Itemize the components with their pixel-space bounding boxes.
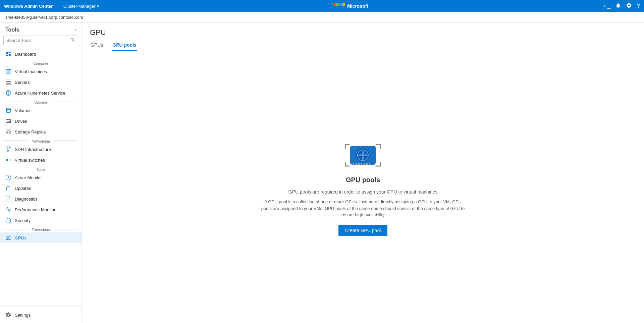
svg-point-9 [6, 108, 10, 110]
virtual-machines-label: Virtual machines [15, 69, 47, 74]
sidebar-item-drives[interactable]: Drives [0, 116, 82, 126]
svg-rect-41 [356, 163, 357, 165]
search-input[interactable] [4, 36, 68, 45]
volumes-label: Volumes [15, 108, 32, 113]
svg-rect-30 [8, 237, 9, 239]
gpu-pools-icon [343, 139, 383, 172]
search-button[interactable] [68, 36, 78, 45]
dashboard-label: Dashboard [15, 52, 36, 57]
sidebar-item-virtual-machines[interactable]: Virtual machines [0, 66, 82, 77]
sdn-infrastructure-icon [5, 146, 11, 152]
diagnostics-icon [5, 196, 11, 202]
azure-kubernetes-icon [5, 90, 11, 96]
server-name: sme-lse350-g.server1.corp.contoso.com [5, 15, 83, 20]
virtual-machines-icon [5, 68, 11, 74]
gpus-label: GPUs [15, 235, 26, 240]
sidebar-item-azure-monitor[interactable]: Azure Monitor [0, 172, 82, 183]
svg-line-23 [8, 148, 10, 151]
svg-rect-29 [7, 237, 8, 239]
sidebar-header: Tools ‹ [0, 23, 82, 36]
help-icon[interactable]: ? [637, 3, 640, 9]
microsoft-label: Microsoft [347, 3, 368, 9]
sidebar: Tools ‹ Dashboard [0, 23, 82, 323]
sidebar-item-virtual-switches[interactable]: Virtual switches [0, 155, 82, 165]
cluster-manager-chevron: ▾ [97, 4, 99, 9]
svg-rect-44 [364, 163, 365, 165]
sidebar-item-volumes[interactable]: Volumes [0, 105, 82, 116]
subtitle-bar: sme-lse350-g.server1.corp.contoso.com [0, 12, 644, 23]
performance-monitor-icon [5, 207, 11, 213]
svg-rect-14 [9, 130, 11, 131]
collapse-sidebar-button[interactable]: ‹ [74, 27, 76, 33]
svg-rect-43 [361, 163, 362, 165]
svg-rect-48 [353, 148, 356, 149]
sidebar-item-diagnostics[interactable]: Diagnostics [0, 194, 82, 204]
dashboard-icon [5, 51, 11, 57]
virtual-switches-label: Virtual switches [15, 158, 45, 163]
sidebar-item-azure-kubernetes[interactable]: Azure Kubernetes Service [0, 88, 82, 98]
cluster-manager-label: Cluster Manager [63, 4, 96, 9]
page-header: GPU [82, 23, 644, 37]
security-icon [5, 217, 11, 223]
drives-label: Drives [15, 119, 27, 124]
main-content: GPU GPUs GPU pools [82, 23, 644, 323]
svg-rect-1 [7, 70, 10, 72]
sidebar-item-dashboard[interactable]: Dashboard [0, 49, 82, 59]
storage-replica-label: Storage Replica [15, 129, 46, 134]
svg-rect-13 [6, 130, 8, 131]
empty-state-desc1: GPU pools are required in order to assig… [288, 189, 437, 195]
topbar: Windows Admin Center | Cluster Manager ▾… [0, 0, 644, 12]
tools-section-label: Tools [0, 165, 82, 172]
updates-icon [5, 185, 11, 191]
sidebar-bottom: Settings [0, 307, 82, 323]
updates-label: Updates [15, 186, 31, 191]
topbar-center: Microsoft [333, 3, 368, 9]
svg-rect-16 [9, 132, 11, 134]
drives-icon [5, 118, 11, 124]
settings-icon[interactable] [626, 2, 632, 10]
sidebar-nav: Dashboard Compute Virtual machines Serve… [0, 49, 82, 307]
sidebar-item-storage-replica[interactable]: Storage Replica [0, 126, 82, 137]
empty-state-title: GPU pools [346, 176, 380, 184]
svg-line-22 [7, 148, 8, 151]
azure-monitor-label: Azure Monitor [15, 175, 42, 180]
sidebar-item-security[interactable]: Security [0, 215, 82, 226]
svg-rect-5 [6, 84, 11, 85]
search-container [0, 36, 82, 49]
svg-point-25 [6, 159, 8, 161]
networking-section-label: Networking [0, 137, 82, 144]
storage-section-label: Storage [0, 98, 82, 105]
sidebar-item-updates[interactable]: Updates [0, 183, 82, 194]
volumes-icon [5, 107, 11, 113]
svg-point-12 [9, 122, 10, 122]
sidebar-item-sdn-infrastructure[interactable]: SDN Infrastructure [0, 144, 82, 155]
extensions-section-label: Extensions [0, 226, 82, 232]
gpus-icon [5, 235, 11, 241]
app-title: Windows Admin Center [4, 4, 53, 9]
sidebar-title: Tools [5, 27, 19, 33]
sidebar-item-settings[interactable]: Settings [0, 310, 82, 320]
svg-rect-20 [9, 147, 11, 148]
servers-label: Servers [15, 80, 30, 85]
tab-gpus[interactable]: GPUs [90, 40, 104, 51]
create-gpu-pool-button[interactable]: Create GPU pool [338, 225, 388, 236]
main-body: GPU pools GPU pools are required in orde… [82, 51, 644, 323]
diagnostics-label: Diagnostics [15, 197, 37, 202]
terminal-icon[interactable]: ＞_ [602, 3, 610, 10]
empty-state-desc2: A GPU pool is a collection of one or mor… [259, 199, 467, 218]
svg-rect-21 [8, 151, 9, 152]
svg-rect-46 [369, 163, 370, 165]
sidebar-item-performance-monitor[interactable]: Performance Monitor [0, 204, 82, 215]
notification-icon[interactable] [615, 2, 621, 10]
svg-point-8 [8, 93, 9, 94]
cluster-manager-menu[interactable]: Cluster Manager ▾ [63, 4, 99, 9]
svg-rect-47 [353, 147, 356, 147]
tab-gpu-pools[interactable]: GPU pools [112, 40, 137, 51]
sidebar-item-servers[interactable]: Servers [0, 77, 82, 88]
svg-rect-4 [6, 82, 11, 83]
tabs-bar: GPUs GPU pools [82, 37, 644, 51]
azure-monitor-icon [5, 174, 11, 180]
azure-kubernetes-label: Azure Kubernetes Service [15, 91, 65, 96]
search-box [3, 36, 78, 45]
sidebar-item-gpus[interactable]: GPUs [0, 232, 82, 243]
